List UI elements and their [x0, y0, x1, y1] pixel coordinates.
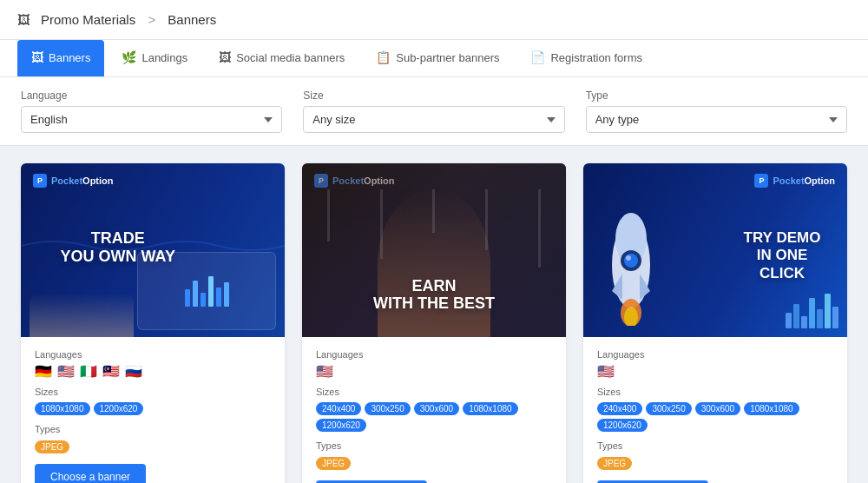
tab-registration-label: Registration forms	[550, 51, 641, 64]
flag-de: 🇩🇪	[35, 365, 54, 378]
card-2-body: Languages 🇺🇸 Sizes 240x400 300x250 300x6…	[302, 337, 566, 483]
banner-card-3: P PocketOption	[583, 163, 847, 483]
card-3-body: Languages 🇺🇸 Sizes 240x400 300x250 300x6…	[583, 337, 847, 483]
size-3-300x250: 300x250	[646, 402, 691, 415]
language-select[interactable]: English German French Spanish	[21, 106, 282, 133]
card-2-flags: 🇺🇸	[316, 365, 552, 378]
card-2-banner-text: EARNWITH THE BEST	[373, 277, 495, 313]
card-1-laptop-visual	[137, 252, 276, 330]
card-2-bg	[302, 189, 566, 268]
choose-banner-btn-1[interactable]: Choose a banner	[35, 464, 146, 483]
card-2-sizes: 240x400 300x250 300x600 1080x1080 1200x6…	[316, 402, 552, 432]
card-1-image: P PocketOption TRADEYOU OWN WAY	[21, 163, 285, 337]
card-1-type-badge: JPEG	[35, 440, 69, 453]
flag-my: 🇲🇾	[102, 365, 122, 378]
card-1-hand	[30, 294, 134, 337]
flag-us: 🇺🇸	[57, 365, 76, 378]
tab-sub-partner[interactable]: 📋 Sub-partner banners	[362, 40, 513, 76]
card-3-type-badge: JPEG	[597, 457, 632, 470]
size-filter: Size Any size 240x400 300x250 300x600 10…	[303, 89, 564, 133]
card-1-languages-label: Languages	[35, 349, 271, 360]
top-bar: 🖼 Promo Materials > Banners	[0, 0, 868, 40]
flag-us-2: 🇺🇸	[316, 365, 335, 378]
card-3-image: P PocketOption	[583, 163, 847, 337]
type-filter-label: Type	[586, 89, 847, 102]
card-3-chart	[786, 294, 838, 328]
breadcrumb-current: Banners	[168, 12, 216, 27]
tab-registration[interactable]: 📄 Registration forms	[516, 40, 655, 76]
type-select[interactable]: Any type JPEG PNG GIF	[586, 106, 847, 133]
card-3-flags: 🇺🇸	[597, 365, 833, 378]
flag-it: 🇮🇹	[80, 365, 99, 378]
card-2-type-badge: JPEG	[316, 457, 351, 470]
card-3-sizes: 240x400 300x250 300x600 1080x1080 1200x6…	[597, 402, 833, 432]
banner-card-1: P PocketOption TRADEYOU OWN WAY	[21, 163, 285, 483]
size-select[interactable]: Any size 240x400 300x250 300x600 1080x10…	[303, 106, 564, 133]
size-badge-1080: 1080x1080	[35, 402, 90, 415]
size-2-1080: 1080x1080	[463, 402, 518, 415]
svg-point-4	[626, 255, 631, 261]
type-filter: Type Any type JPEG PNG GIF	[586, 89, 847, 133]
size-2-240: 240x400	[316, 402, 361, 415]
social-tab-icon: 🖼	[219, 50, 231, 64]
breadcrumb: Promo Materials > Banners	[37, 12, 220, 27]
card-2-image: P PocketOption	[302, 163, 566, 337]
size-2-1200: 1200x620	[316, 419, 366, 432]
size-3-240: 240x400	[597, 402, 642, 415]
breadcrumb-separator: >	[148, 12, 155, 27]
card-1-body: Languages 🇩🇪 🇺🇸 🇮🇹 🇲🇾 🇷🇺 Sizes 1080x1080…	[21, 337, 285, 483]
sub-partner-tab-icon: 📋	[376, 50, 391, 64]
card-1-flags: 🇩🇪 🇺🇸 🇮🇹 🇲🇾 🇷🇺	[35, 365, 271, 378]
language-filter-label: Language	[21, 89, 282, 102]
tab-banners-label: Banners	[49, 51, 90, 64]
card-3-logo-icon: P	[754, 174, 768, 188]
size-3-300x600: 300x600	[695, 402, 740, 415]
tab-landings[interactable]: 🌿 Landings	[108, 40, 201, 76]
banner-card-2: P PocketOption	[302, 163, 566, 483]
card-2-languages-label: Languages	[316, 349, 552, 360]
tab-banners[interactable]: 🖼 Banners	[17, 40, 104, 76]
flag-us-3: 🇺🇸	[597, 365, 616, 378]
promo-materials-icon: 🖼	[17, 12, 30, 27]
svg-point-3	[624, 254, 638, 268]
card-3-languages-label: Languages	[597, 349, 833, 360]
card-3-sizes-label: Sizes	[597, 387, 833, 397]
language-filter: Language English German French Spanish	[21, 89, 282, 133]
card-1-types-label: Types	[35, 424, 271, 434]
flag-ru: 🇷🇺	[125, 365, 144, 378]
registration-tab-icon: 📄	[530, 50, 545, 64]
card-3-logo-text: PocketOption	[773, 175, 835, 186]
tab-social-label: Social media banners	[236, 51, 345, 64]
landings-tab-icon: 🌿	[122, 50, 136, 64]
card-3-logo: P PocketOption	[754, 174, 835, 188]
card-3-banner-text: TRY DEMOIN ONECLICK	[726, 229, 838, 282]
card-2-sizes-label: Sizes	[316, 387, 552, 397]
banners-tab-icon: 🖼	[31, 50, 43, 64]
content-area: P PocketOption TRADEYOU OWN WAY	[0, 146, 868, 483]
size-filter-label: Size	[303, 89, 564, 102]
size-3-1080: 1080x1080	[744, 402, 799, 415]
size-3-1200: 1200x620	[597, 419, 648, 432]
size-2-300x250: 300x250	[365, 402, 410, 415]
card-1-logo-icon: P	[33, 174, 47, 188]
cards-grid: P PocketOption TRADEYOU OWN WAY	[21, 163, 847, 483]
card-1-sizes: 1080x1080 1200x620	[35, 402, 271, 415]
size-2-300x600: 300x600	[414, 402, 459, 415]
card-1-sizes-label: Sizes	[35, 387, 271, 397]
card-1-logo-text: PocketOption	[51, 175, 114, 186]
breadcrumb-root[interactable]: Promo Materials	[41, 12, 135, 27]
filters-bar: Language English German French Spanish S…	[0, 77, 868, 146]
card-3-types-label: Types	[597, 440, 833, 451]
tabs-bar: 🖼 Banners 🌿 Landings 🖼 Social media bann…	[0, 40, 868, 77]
size-badge-1200: 1200x620	[94, 402, 144, 415]
card-3-rocket	[596, 204, 666, 328]
tab-sub-partner-label: Sub-partner banners	[396, 51, 499, 64]
card-2-types-label: Types	[316, 440, 552, 451]
tab-landings-label: Landings	[141, 51, 187, 64]
tab-social-media[interactable]: 🖼 Social media banners	[205, 40, 358, 76]
card-1-logo: P PocketOption	[33, 174, 114, 188]
